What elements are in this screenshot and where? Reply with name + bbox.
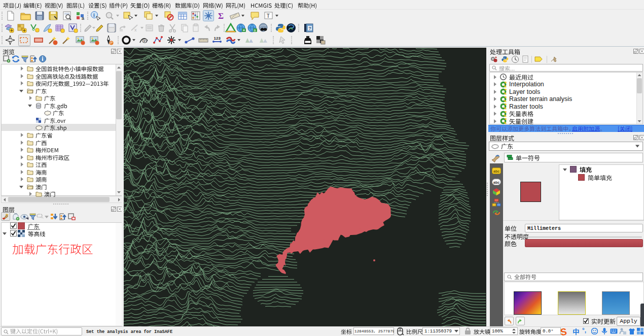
svg-text:a: a: [82, 16, 84, 21]
svg-text:i: i: [93, 12, 95, 18]
svg-text:x: x: [134, 27, 137, 32]
svg-text:XY: XY: [144, 40, 148, 43]
svg-text:123: 123: [214, 36, 221, 41]
svg-text:T: T: [267, 13, 270, 19]
svg-text:abc: abc: [493, 170, 499, 173]
svg-text:Σ: Σ: [218, 11, 224, 21]
svg-text:P: P: [111, 41, 113, 45]
svg-text:a: a: [254, 28, 256, 32]
svg-text:abc: abc: [493, 181, 499, 184]
svg-text:?: ?: [309, 26, 311, 31]
svg-text:S: S: [560, 326, 567, 336]
